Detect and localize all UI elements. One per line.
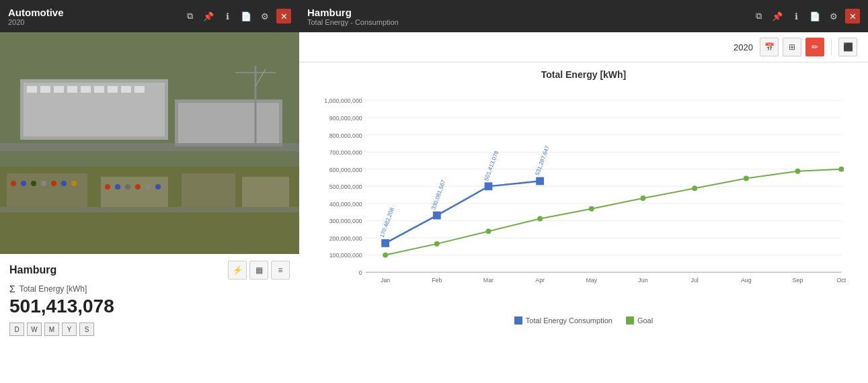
legend-item-consumption: Total Energy Consumption (514, 316, 613, 325)
svg-text:600,000,000: 600,000,000 (329, 167, 362, 173)
svg-rect-14 (178, 103, 279, 143)
svg-rect-19 (242, 177, 289, 207)
legend-box-green (626, 316, 634, 325)
chart-title: Total Energy [kWh] (313, 69, 855, 80)
svg-rect-8 (81, 86, 91, 93)
metric-value: 501,413,078 (9, 296, 290, 317)
svg-text:800,000,000: 800,000,000 (329, 132, 362, 139)
svg-text:May: May (586, 277, 597, 284)
svg-text:700,000,000: 700,000,000 (329, 149, 362, 156)
right-sub-title: Total Energy - Consumption (307, 18, 399, 26)
label-jan: 170,482,208 (379, 206, 395, 238)
calendar-button[interactable]: 📅 (760, 38, 779, 56)
year-label: 2020 (734, 42, 753, 52)
goal-point-sep (795, 169, 801, 174)
svg-rect-17 (101, 177, 168, 207)
label-feb: 330,081,567 (430, 179, 446, 210)
svg-rect-7 (67, 86, 77, 93)
svg-text:200,000,000: 200,000,000 (329, 235, 362, 242)
toolbar-separator (831, 39, 832, 55)
consumption-point-apr (536, 177, 544, 185)
export-button[interactable]: ⬛ (838, 38, 857, 56)
chart-toolbar: 2020 📅 ⊞ ✏ ⬛ (299, 32, 868, 62)
edit-button[interactable]: ✏ (805, 38, 824, 56)
goal-point-oct (838, 167, 844, 172)
legend-label-goal: Goal (637, 316, 653, 325)
svg-text:Oct: Oct (836, 277, 846, 284)
pin-icon[interactable]: 📌 (201, 9, 216, 24)
right-info-icon[interactable]: ℹ (789, 9, 803, 24)
bar-view-button[interactable]: ▦ (249, 261, 268, 280)
svg-text:Jul: Jul (691, 277, 698, 284)
right-close-icon[interactable]: ✕ (845, 9, 860, 24)
svg-rect-20 (0, 143, 299, 151)
svg-rect-9 (94, 86, 104, 93)
chart-container: 1,000,000,000 900,000,000 800,000,000 70… (313, 85, 855, 314)
svg-text:Sep: Sep (793, 277, 803, 284)
chart-view-button[interactable]: ⚡ (228, 261, 247, 280)
table-button[interactable]: ⊞ (783, 38, 801, 56)
svg-text:100,000,000: 100,000,000 (329, 252, 362, 259)
svg-point-29 (105, 184, 110, 189)
svg-rect-10 (108, 86, 118, 93)
right-header-icons: ⧉ 📌 ℹ 📄 ⚙ ✕ (751, 9, 860, 24)
sigma-symbol: Σ (9, 284, 15, 294)
svg-rect-16 (7, 173, 87, 207)
info-icon[interactable]: ℹ (220, 9, 235, 24)
svg-point-34 (155, 184, 161, 189)
right-share-icon[interactable]: ⧉ (751, 9, 766, 24)
period-month-button[interactable]: M (44, 323, 59, 336)
left-header-icons: ⧉ 📌 ℹ 📄 ⚙ ✕ (182, 9, 291, 24)
right-main-title: Hamburg (307, 7, 399, 18)
svg-point-31 (125, 184, 130, 189)
svg-rect-4 (27, 86, 37, 93)
goal-point-mar (486, 228, 491, 234)
right-settings-icon[interactable]: ⚙ (826, 9, 841, 24)
legend-item-goal: Goal (626, 316, 653, 325)
period-day-button[interactable]: D (9, 323, 24, 336)
svg-point-25 (41, 181, 46, 186)
consumption-point-jan (381, 239, 389, 247)
svg-text:Jun: Jun (638, 277, 647, 284)
label-apr: 531,287,647 (534, 144, 551, 176)
svg-rect-6 (54, 86, 64, 93)
label-mar: 501,413,078 (483, 150, 500, 181)
legend-label-consumption: Total Energy Consumption (526, 316, 613, 325)
right-pdf-icon[interactable]: 📄 (807, 9, 822, 24)
svg-point-33 (145, 184, 151, 189)
left-header-title: Automotive 2020 (8, 7, 64, 26)
svg-text:Feb: Feb (432, 277, 442, 284)
left-main-title: Automotive (8, 7, 64, 18)
goal-line (385, 169, 841, 255)
share-icon[interactable]: ⧉ (182, 9, 197, 24)
legend-box-blue (514, 316, 522, 325)
period-week-button[interactable]: W (27, 323, 42, 336)
factory-image (0, 32, 299, 254)
period-year-button[interactable]: Y (62, 323, 77, 336)
svg-point-30 (115, 184, 120, 189)
left-panel: Automotive 2020 ⧉ 📌 ℹ 📄 ⚙ ✕ (0, 0, 299, 383)
svg-text:1,000,000,000: 1,000,000,000 (324, 97, 362, 104)
period-custom-button[interactable]: S (79, 323, 94, 336)
close-icon[interactable]: ✕ (276, 9, 291, 24)
svg-point-24 (31, 181, 36, 186)
left-sub-title: 2020 (8, 18, 64, 26)
goal-point-apr (537, 216, 543, 222)
right-header-title: Hamburg Total Energy - Consumption (307, 7, 399, 26)
svg-text:Apr: Apr (535, 277, 545, 284)
right-header: Hamburg Total Energy - Consumption ⧉ 📌 ℹ… (299, 0, 868, 32)
svg-text:900,000,000: 900,000,000 (329, 115, 362, 122)
consumption-line (385, 181, 540, 243)
svg-point-28 (71, 181, 77, 186)
right-pin-icon[interactable]: 📌 (770, 9, 785, 24)
chart-area: Total Energy [kWh] 1,000,000,000 900 (299, 62, 868, 383)
location-title: Hamburg (9, 264, 56, 276)
period-button-group: D W M Y S (9, 323, 290, 336)
svg-point-27 (61, 181, 67, 186)
list-view-button[interactable]: ≡ (271, 261, 290, 280)
left-info: Hamburg ⚡ ▦ ≡ Σ Total Energy [kWh] 501,4… (0, 254, 299, 383)
pdf-icon[interactable]: 📄 (239, 9, 253, 24)
svg-point-26 (51, 181, 56, 186)
settings-icon[interactable]: ⚙ (258, 9, 272, 24)
info-icon-group: ⚡ ▦ ≡ (228, 261, 290, 280)
